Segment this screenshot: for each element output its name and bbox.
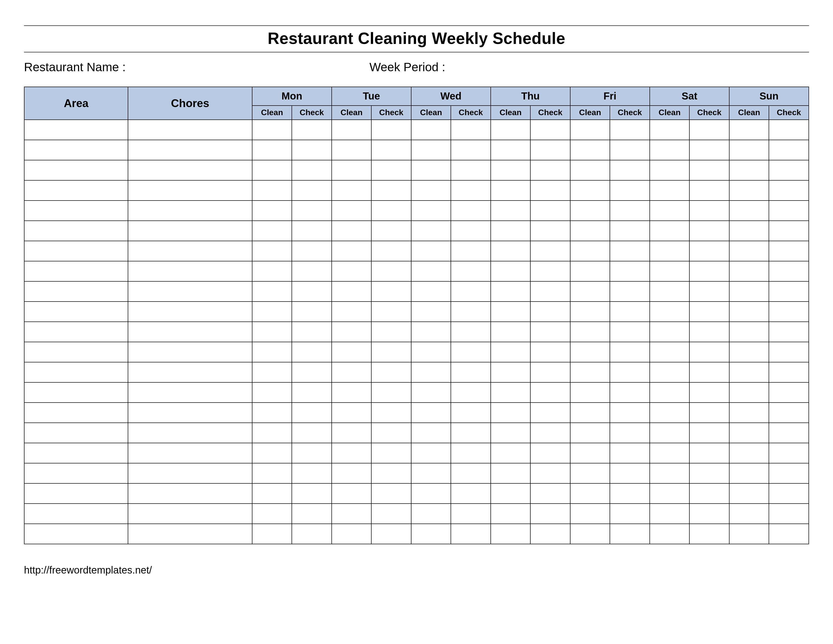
table-cell[interactable]	[292, 504, 332, 524]
table-cell[interactable]	[332, 342, 371, 362]
table-cell[interactable]	[769, 423, 809, 443]
table-cell[interactable]	[570, 483, 610, 504]
table-cell[interactable]	[491, 483, 531, 504]
table-cell[interactable]	[570, 443, 610, 463]
table-cell[interactable]	[689, 261, 729, 281]
table-cell[interactable]	[128, 504, 252, 524]
table-cell[interactable]	[128, 140, 252, 160]
table-cell[interactable]	[729, 524, 769, 544]
table-cell[interactable]	[491, 201, 531, 221]
table-cell[interactable]	[371, 120, 411, 140]
table-cell[interactable]	[610, 483, 650, 504]
table-cell[interactable]	[610, 241, 650, 261]
table-cell[interactable]	[292, 524, 332, 544]
table-cell[interactable]	[729, 281, 769, 301]
table-cell[interactable]	[371, 241, 411, 261]
table-cell[interactable]	[689, 402, 729, 423]
table-cell[interactable]	[24, 180, 128, 201]
table-cell[interactable]	[491, 423, 531, 443]
table-cell[interactable]	[491, 281, 531, 301]
table-cell[interactable]	[769, 483, 809, 504]
table-cell[interactable]	[411, 140, 451, 160]
table-cell[interactable]	[332, 402, 371, 423]
table-cell[interactable]	[411, 160, 451, 180]
table-cell[interactable]	[128, 180, 252, 201]
table-cell[interactable]	[689, 423, 729, 443]
table-cell[interactable]	[252, 221, 292, 241]
table-cell[interactable]	[650, 362, 690, 382]
table-cell[interactable]	[24, 504, 128, 524]
table-cell[interactable]	[332, 322, 371, 342]
table-cell[interactable]	[530, 342, 570, 362]
table-cell[interactable]	[252, 524, 292, 544]
table-cell[interactable]	[729, 463, 769, 483]
table-cell[interactable]	[332, 483, 371, 504]
table-cell[interactable]	[252, 342, 292, 362]
table-cell[interactable]	[530, 504, 570, 524]
table-cell[interactable]	[769, 281, 809, 301]
table-cell[interactable]	[491, 342, 531, 362]
table-cell[interactable]	[570, 322, 610, 342]
table-cell[interactable]	[610, 342, 650, 362]
table-cell[interactable]	[689, 463, 729, 483]
table-cell[interactable]	[650, 342, 690, 362]
table-cell[interactable]	[451, 140, 491, 160]
table-cell[interactable]	[128, 382, 252, 402]
table-cell[interactable]	[252, 180, 292, 201]
table-cell[interactable]	[689, 483, 729, 504]
table-cell[interactable]	[689, 180, 729, 201]
table-cell[interactable]	[530, 423, 570, 443]
table-cell[interactable]	[650, 423, 690, 443]
table-cell[interactable]	[530, 261, 570, 281]
table-cell[interactable]	[530, 241, 570, 261]
table-cell[interactable]	[729, 301, 769, 322]
table-cell[interactable]	[332, 120, 371, 140]
table-cell[interactable]	[491, 382, 531, 402]
table-cell[interactable]	[650, 261, 690, 281]
table-cell[interactable]	[332, 362, 371, 382]
table-cell[interactable]	[371, 342, 411, 362]
table-cell[interactable]	[24, 281, 128, 301]
table-cell[interactable]	[24, 301, 128, 322]
table-cell[interactable]	[24, 160, 128, 180]
table-cell[interactable]	[769, 443, 809, 463]
table-cell[interactable]	[371, 180, 411, 201]
table-cell[interactable]	[371, 301, 411, 322]
table-cell[interactable]	[128, 160, 252, 180]
table-cell[interactable]	[451, 120, 491, 140]
table-cell[interactable]	[411, 483, 451, 504]
table-cell[interactable]	[650, 241, 690, 261]
table-cell[interactable]	[530, 463, 570, 483]
table-cell[interactable]	[769, 120, 809, 140]
table-cell[interactable]	[570, 221, 610, 241]
table-cell[interactable]	[650, 443, 690, 463]
table-cell[interactable]	[570, 301, 610, 322]
table-cell[interactable]	[128, 281, 252, 301]
table-cell[interactable]	[252, 463, 292, 483]
table-cell[interactable]	[411, 362, 451, 382]
table-cell[interactable]	[650, 221, 690, 241]
table-cell[interactable]	[610, 120, 650, 140]
table-cell[interactable]	[610, 180, 650, 201]
table-cell[interactable]	[610, 322, 650, 342]
table-cell[interactable]	[252, 301, 292, 322]
table-cell[interactable]	[292, 382, 332, 402]
table-cell[interactable]	[292, 180, 332, 201]
table-cell[interactable]	[128, 362, 252, 382]
table-cell[interactable]	[128, 423, 252, 443]
table-cell[interactable]	[491, 140, 531, 160]
table-cell[interactable]	[252, 483, 292, 504]
table-cell[interactable]	[332, 423, 371, 443]
table-cell[interactable]	[411, 120, 451, 140]
table-cell[interactable]	[769, 301, 809, 322]
table-cell[interactable]	[332, 221, 371, 241]
table-cell[interactable]	[689, 382, 729, 402]
table-cell[interactable]	[451, 443, 491, 463]
table-cell[interactable]	[650, 180, 690, 201]
table-cell[interactable]	[769, 402, 809, 423]
table-cell[interactable]	[650, 402, 690, 423]
table-cell[interactable]	[332, 160, 371, 180]
table-cell[interactable]	[371, 221, 411, 241]
table-cell[interactable]	[24, 362, 128, 382]
table-cell[interactable]	[570, 504, 610, 524]
